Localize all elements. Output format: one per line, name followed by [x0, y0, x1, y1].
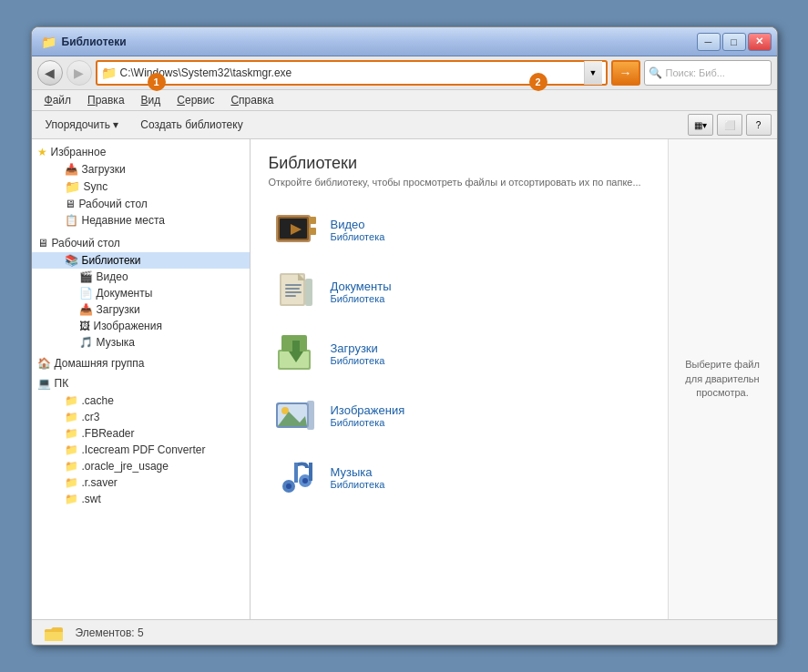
pc-header[interactable]: 💻 ПК [32, 374, 250, 392]
folder-rsaver-icon: 📁 [65, 476, 78, 489]
images-icon: 🖼 [79, 320, 90, 332]
library-images-type: Библиотека [331, 417, 405, 428]
homegroup-header[interactable]: 🏠 Домашняя группа [32, 354, 250, 372]
libraries-icon: 📚 [65, 254, 78, 267]
item-label: Документы [97, 287, 153, 300]
create-library-button[interactable]: Создать библиотеку [132, 115, 251, 135]
address-dropdown-button[interactable]: ▼ [584, 61, 602, 85]
sidebar-item-cr3[interactable]: 📁 .cr3 [32, 409, 250, 425]
go-button[interactable]: → 2 [611, 60, 640, 86]
item-label: .oracle_jre_usage [82, 460, 169, 473]
pc-label: ПК [55, 377, 69, 390]
library-documents-type: Библиотека [331, 293, 392, 304]
forward-button[interactable]: ▶ [66, 60, 92, 86]
item-label: .Icecream PDF Converter [82, 443, 206, 456]
library-item-images[interactable]: Изображения Библиотека [269, 388, 649, 443]
sidebar-item-libraries[interactable]: 📚 Библиотеки [32, 252, 250, 269]
search-box[interactable]: 🔍 Поиск: Биб... [644, 60, 772, 86]
sidebar-item-desktop-fav[interactable]: 🖥 Рабочий стол [32, 196, 250, 212]
menu-service[interactable]: Сервис [169, 92, 221, 108]
svg-point-25 [286, 484, 291, 489]
sidebar-item-downloads[interactable]: 📥 Загрузки [32, 301, 250, 318]
sidebar-item-cache[interactable]: 📁 .cache [32, 392, 250, 409]
library-item-music[interactable]: Музыка Библиотека [269, 450, 649, 504]
sidebar-item-icecream[interactable]: 📁 .Icecream PDF Converter [32, 442, 250, 458]
library-documents-info: Документы Библиотека [331, 280, 392, 304]
menu-view[interactable]: Вид [134, 92, 169, 108]
toolbar-right: ▦▾ ⬜ ? [688, 114, 772, 136]
sidebar-item-documents[interactable]: 📄 Документы [32, 285, 250, 301]
download-icon: 📥 [65, 163, 78, 176]
close-button[interactable]: ✕ [748, 33, 772, 51]
nav-row: ◀ ▶ 📁 ▼ 1 → 2 🔍 Поиск: Биб... [37, 60, 772, 86]
item-label: Загрузки [97, 303, 140, 316]
favorites-header[interactable]: ★ Избранное [32, 143, 250, 161]
sidebar-item-oracle[interactable]: 📁 .oracle_jre_usage [32, 458, 250, 474]
menu-edit[interactable]: Правка [80, 92, 132, 108]
library-music-info: Музыка Библиотека [331, 465, 385, 490]
library-documents-name: Документы [331, 280, 392, 293]
view-options-button[interactable]: ▦▾ [688, 114, 713, 136]
status-text: Элементов: 5 [76, 626, 144, 639]
svg-rect-13 [305, 279, 312, 306]
sidebar-item-music[interactable]: 🎵 Музыка [32, 334, 250, 351]
library-downloads-name: Загрузки [331, 341, 385, 355]
preview-pane-button[interactable]: ⬜ [717, 114, 742, 136]
svg-rect-26 [294, 463, 298, 483]
item-label: .cache [82, 394, 114, 407]
title-bar: 📁 Библиотеки ─ □ ✕ [32, 27, 777, 56]
downloads-icon: 📥 [79, 303, 93, 316]
library-item-downloads[interactable]: Загрузки Библиотека [269, 326, 649, 381]
libraries-content: Библиотеки Откройте библиотеку, чтобы пр… [251, 139, 668, 619]
svg-rect-23 [307, 401, 314, 430]
menu-file[interactable]: Файл [37, 92, 79, 108]
desktop-icon: 🖥 [65, 198, 76, 210]
help-button[interactable]: ? [746, 114, 772, 136]
svg-rect-11 [285, 291, 302, 293]
menu-help[interactable]: Справка [223, 92, 281, 108]
libraries-subtitle: Откройте библиотеку, чтобы просмотреть ф… [269, 177, 649, 188]
library-images-info: Изображения Библиотека [331, 403, 405, 428]
sidebar-item-rsaver[interactable]: 📁 .r.saver [32, 474, 250, 491]
library-music-name: Музыка [331, 465, 385, 479]
desktop-label: Рабочий стол [52, 237, 120, 249]
item-label: .FBReader [82, 427, 135, 440]
left-pane: ★ Избранное 📥 Загрузки 📁 Sync 🖥 Рабочий … [32, 139, 251, 619]
desktop-section-icon: 🖥 [37, 237, 48, 249]
sidebar-item-recent[interactable]: 📋 Недавние места [32, 212, 250, 229]
item-label: Sync [84, 180, 108, 193]
address-input[interactable] [120, 66, 584, 79]
sidebar-item-images[interactable]: 🖼 Изображения [32, 318, 250, 334]
folder-icecream-icon: 📁 [65, 443, 78, 456]
library-item-documents[interactable]: Документы Библиотека [269, 264, 649, 319]
maximize-button[interactable]: □ [722, 33, 746, 51]
favorites-label: Избранное [51, 146, 107, 158]
item-label: Видео [97, 270, 128, 283]
sidebar-item-swt[interactable]: 📁 .swt [32, 491, 250, 507]
library-video-info: Видео Библиотека [331, 218, 385, 242]
sidebar-item-fbreader[interactable]: 📁 .FBReader [32, 425, 250, 442]
item-label: Загрузки [82, 163, 126, 176]
sidebar-item-video[interactable]: 🎬 Видео [32, 269, 250, 285]
library-downloads-icon [272, 330, 320, 377]
preview-pane: Выберите файл для дварительн просмотра. [668, 139, 777, 619]
desktop-section-header[interactable]: 🖥 Рабочий стол [32, 234, 250, 252]
music-icon: 🎵 [79, 336, 93, 349]
right-pane: Библиотеки Откройте библиотеку, чтобы пр… [251, 139, 668, 619]
back-button[interactable]: ◀ [37, 60, 63, 86]
library-item-video[interactable]: Видео Библиотека [269, 202, 649, 257]
library-video-icon [272, 206, 320, 253]
minimize-button[interactable]: ─ [697, 33, 721, 51]
badge-2: 2 [529, 73, 547, 91]
organize-button[interactable]: Упорядочить ▾ [37, 115, 128, 135]
library-downloads-type: Библиотека [331, 355, 385, 366]
sidebar-item-sync[interactable]: 📁 Sync [32, 178, 250, 196]
window-title: Библиотеки [62, 36, 127, 48]
preview-text: Выберите файл для дварительн просмотра. [678, 358, 768, 400]
svg-rect-12 [285, 295, 296, 297]
item-label: Изображения [94, 320, 162, 332]
svg-rect-18 [292, 341, 300, 351]
address-toolbar: ◀ ▶ 📁 ▼ 1 → 2 🔍 Поиск: Биб... [32, 56, 777, 90]
library-music-icon [272, 453, 320, 501]
sidebar-item-downloads-fav[interactable]: 📥 Загрузки [32, 161, 250, 178]
